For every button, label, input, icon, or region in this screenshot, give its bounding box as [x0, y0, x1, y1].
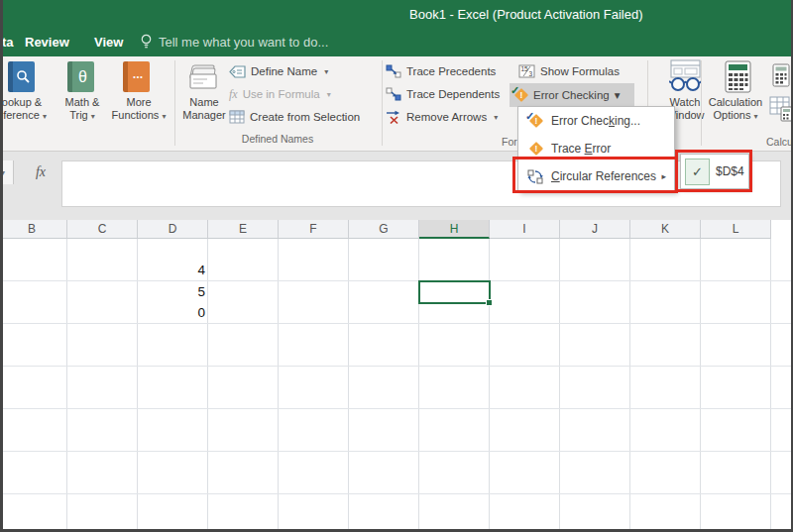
cell-d-value-2[interactable]: 5 — [141, 281, 205, 302]
tab-view[interactable]: View — [94, 35, 123, 50]
column-header-j[interactable]: J — [560, 220, 630, 239]
name-manager-icon — [185, 62, 221, 92]
show-formulas-icon: 15 3 — [518, 64, 535, 78]
trace-dependents-icon — [386, 87, 401, 101]
show-formulas-button[interactable]: 15 3 Show Formulas — [518, 62, 620, 80]
menu-item-error-checking[interactable]: ! ✓ Error Checking... — [518, 107, 674, 135]
column-header-c[interactable]: C — [67, 220, 138, 239]
column-header-h-selected[interactable]: H — [419, 220, 490, 239]
remove-arrows-button[interactable]: Remove Arrows ▾ — [386, 108, 498, 126]
name-manager-label-1: Name — [189, 96, 218, 108]
column-header-b[interactable]: B — [0, 220, 67, 239]
excel-window: Book1 - Excel (Product Activation Failed… — [0, 0, 793, 532]
error-checking-dropdown-arrow: ▾ — [615, 88, 621, 102]
title-bar: Book1 - Excel (Product Activation Failed… — [0, 0, 793, 28]
cell-d-value-3[interactable]: 0 — [141, 302, 205, 323]
error-checking-label: Error Checking — [533, 89, 610, 101]
define-name-dropdown-arrow: ▾ — [324, 67, 328, 76]
error-checking-button[interactable]: ! ✓ Error Checking ▾ — [510, 83, 634, 107]
lookup-reference-label-2: eference — [0, 109, 40, 121]
calculate-now-button[interactable] — [772, 63, 792, 87]
calculate-sheet-button[interactable] — [769, 96, 793, 122]
circular-references-submenu: ✓ $D$4 — [680, 154, 749, 189]
calculation-options-label-1: Calculation — [709, 96, 762, 108]
menu-item-trace-error[interactable]: ! Trace Error — [518, 135, 674, 162]
column-header-f[interactable]: F — [279, 220, 349, 239]
trace-dependents-button[interactable]: Trace Dependents — [386, 85, 500, 103]
name-box[interactable]: ▾ — [0, 160, 14, 184]
ribbon-tab-row: ta Review View Tell me what you want to … — [0, 28, 793, 56]
calculation-options-icon — [725, 60, 751, 93]
use-in-formula-button[interactable]: fx Use in Formula ▾ — [229, 85, 331, 103]
selected-cell[interactable] — [418, 280, 491, 304]
calculation-group-label-fragment: Calcu — [766, 136, 793, 148]
math-trig-label-2: Trig — [69, 109, 88, 121]
submenu-item-cell-reference[interactable]: $D$4 — [716, 155, 744, 188]
formula-auditing-group-label-fragment: For — [502, 136, 517, 148]
create-from-selection-button[interactable]: Create from Selection — [229, 108, 360, 126]
more-functions-label-2: Functions — [112, 109, 160, 121]
trace-precedents-icon — [386, 64, 401, 78]
name-box-arrow: ▾ — [1, 168, 5, 177]
column-header-l[interactable]: L — [701, 220, 771, 239]
use-in-formula-dropdown-arrow: ▾ — [327, 90, 331, 99]
tab-data-partial[interactable]: ta — [2, 35, 14, 50]
trace-precedents-button[interactable]: Trace Precedents — [386, 62, 496, 80]
circular-references-icon — [527, 169, 543, 184]
column-header-e[interactable]: E — [208, 220, 279, 239]
define-name-label: Define Name — [251, 65, 317, 77]
use-in-formula-icon: fx — [229, 87, 238, 102]
insert-function-button[interactable]: fx — [24, 160, 57, 184]
more-functions-icon: ••• — [123, 61, 150, 92]
worksheet-grid[interactable] — [0, 239, 793, 532]
column-header-g[interactable]: G — [349, 220, 419, 239]
remove-arrows-label: Remove Arrows — [406, 111, 487, 123]
use-in-formula-label: Use in Formula — [243, 88, 320, 100]
define-name-button[interactable]: Define Name ▾ — [229, 62, 328, 80]
window-title: Book1 - Excel (Product Activation Failed… — [409, 7, 643, 22]
name-manager-label-2: Manager — [182, 109, 225, 121]
trace-precedents-label: Trace Precedents — [406, 65, 496, 77]
define-name-icon — [229, 65, 246, 78]
create-from-selection-icon — [229, 110, 245, 124]
group-divider — [382, 60, 383, 146]
create-from-selection-label: Create from Selection — [250, 111, 360, 123]
fill-handle[interactable] — [486, 299, 493, 306]
lightbulb-icon — [140, 34, 153, 51]
menu-item-circular-references[interactable]: Circular References ▸ — [518, 162, 674, 190]
show-formulas-label: Show Formulas — [540, 65, 620, 77]
submenu-arrow-icon: ▸ — [661, 171, 666, 181]
lookup-reference-icon — [8, 61, 35, 92]
column-header-k[interactable]: K — [630, 220, 701, 239]
column-headers: B C D E F G H I J K L — [0, 220, 793, 239]
checked-icon: ✓ — [685, 159, 710, 185]
more-functions-label-1: More — [126, 96, 151, 108]
remove-arrows-dropdown-arrow: ▾ — [494, 113, 498, 122]
trace-dependents-label: Trace Dependents — [406, 88, 500, 100]
column-header-i[interactable]: I — [490, 220, 560, 239]
tab-review[interactable]: Review — [25, 35, 69, 50]
error-checking-menu-icon: ! ✓ — [527, 114, 543, 129]
remove-arrows-icon — [386, 110, 401, 124]
math-trig-icon: θ — [67, 61, 94, 92]
calculation-options-dropdown-arrow: ▾ — [753, 112, 757, 121]
column-header-d[interactable]: D — [138, 220, 208, 239]
tell-me-box[interactable]: Tell me what you want to do... — [159, 35, 328, 50]
watch-window-icon — [669, 59, 702, 93]
error-checking-dropdown-menu: ! ✓ Error Checking... ! Trace Error — [517, 106, 675, 191]
cell-d-value-1[interactable]: 4 — [141, 260, 205, 280]
svg-text:3: 3 — [529, 70, 533, 77]
trace-error-icon: ! — [527, 142, 543, 157]
error-checking-icon: ! ✓ — [512, 88, 528, 103]
defined-names-group-label: Defined Names — [198, 133, 357, 145]
svg-text:15: 15 — [521, 65, 529, 72]
calculation-options-label-2: Options — [714, 109, 751, 121]
